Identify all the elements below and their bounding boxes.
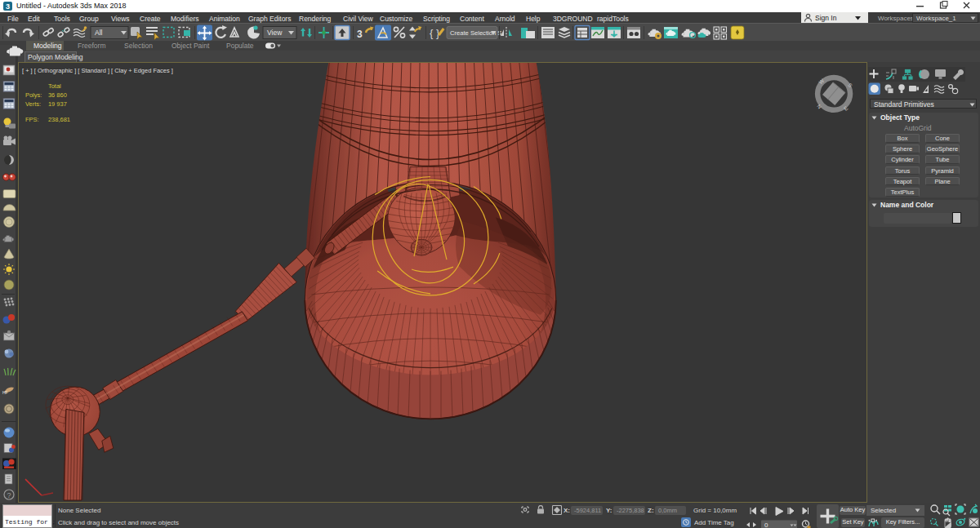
svg-text:View: View <box>267 29 283 37</box>
svg-text:19 937: 19 937 <box>48 100 67 108</box>
svg-text:0: 0 <box>764 521 768 528</box>
svg-text:[ + ] [ Orthographic ] [ Stand: [ + ] [ Orthographic ] [ Standard ] [ Cl… <box>22 67 173 74</box>
svg-text:Total: Total <box>48 82 61 90</box>
svg-text:Verts:: Verts: <box>25 100 41 108</box>
svg-text:All: All <box>95 29 103 37</box>
svg-text:238,681: 238,681 <box>48 116 70 123</box>
svg-text:{: { <box>430 27 434 39</box>
svg-text:3: 3 <box>6 2 10 11</box>
svg-text:Polys:: Polys: <box>25 91 42 99</box>
svg-text:3: 3 <box>357 29 363 40</box>
svg-text:FPS:: FPS: <box>25 116 39 123</box>
svg-text:HF: HF <box>2 390 8 395</box>
svg-text:?: ? <box>7 491 11 499</box>
svg-text:36 860: 36 860 <box>48 91 67 99</box>
